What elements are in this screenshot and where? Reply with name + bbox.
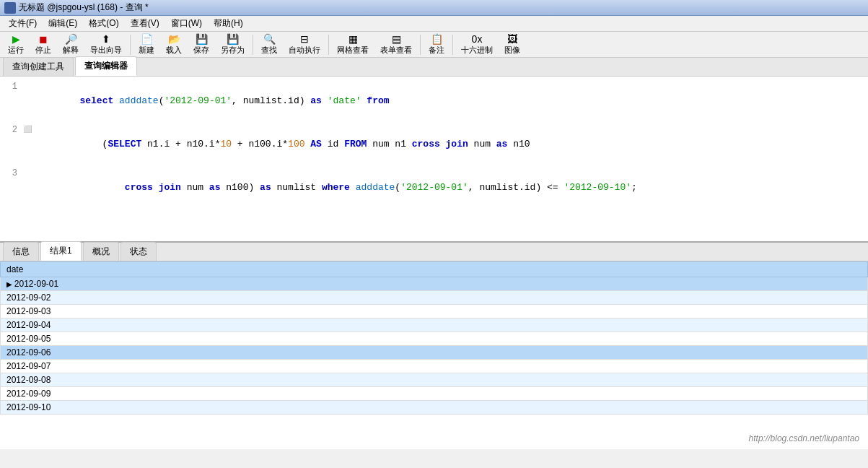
date-cell: 2012-09-07: [1, 360, 868, 373]
sql-editor[interactable]: 1 select adddate('2012-09-01', numlist.i…: [0, 77, 868, 243]
date-cell: ▶ 2012-09-01: [1, 277, 868, 291]
date-cell: 2012-09-09: [1, 387, 868, 401]
sql-line-2: 2 ⬜ (SELECT n1.i + n10.i*10 + n100.i*100…: [3, 123, 865, 166]
menu-bar: 文件(F)编辑(E)格式(O)查看(V)窗口(W)帮助(H): [0, 16, 868, 32]
tableview-button[interactable]: ▤表单查看: [375, 33, 417, 56]
gridview-icon: ▦: [348, 34, 358, 44]
results-area[interactable]: date ▶ 2012-09-012012-09-022012-09-03201…: [0, 261, 868, 449]
row-arrow-icon: ▶: [6, 280, 14, 288]
tableview-label: 表单查看: [380, 45, 412, 56]
toolbar-separator: [420, 35, 421, 55]
date-cell: 2012-09-03: [1, 305, 868, 318]
bottom-section: 信息结果1概况状态 date ▶ 2012-09-012012-09-02201…: [0, 243, 868, 449]
date-cell: 2012-09-05: [1, 332, 868, 346]
explain-button[interactable]: 🔎解释: [58, 33, 84, 56]
save-icon: 💾: [196, 34, 208, 44]
menu-item-编辑(E)[interactable]: 编辑(E): [43, 16, 83, 31]
backup-icon: 📋: [431, 34, 443, 44]
find-icon: 🔍: [263, 34, 276, 44]
save-button[interactable]: 💾保存: [188, 33, 214, 56]
image-button[interactable]: 🖼图像: [499, 33, 525, 56]
find-label: 查找: [261, 45, 277, 56]
result-tab-overview[interactable]: 概况: [83, 242, 119, 261]
result-tab-bar: 信息结果1概况状态: [0, 243, 868, 261]
explain-label: 解释: [63, 45, 79, 56]
tableview-icon: ▤: [392, 34, 401, 44]
new-button[interactable]: 📄新建: [133, 33, 159, 56]
toolbar-separator: [130, 35, 131, 55]
load-label: 载入: [166, 45, 182, 56]
table-row[interactable]: 2012-09-04: [1, 318, 868, 332]
table-row[interactable]: 2012-09-08: [1, 373, 868, 387]
title-bar: 无标题 @jspgou-ysl (168) - 查询 *: [0, 0, 868, 16]
table-row[interactable]: 2012-09-03: [1, 305, 868, 318]
autorun-icon: ⊟: [300, 34, 309, 44]
table-row[interactable]: 2012-09-09: [1, 387, 868, 401]
hex-label: 十六进制: [461, 45, 493, 56]
date-cell: 2012-09-06: [1, 346, 868, 360]
table-row[interactable]: 2012-09-07: [1, 360, 868, 373]
menu-item-窗口(W)[interactable]: 窗口(W): [165, 16, 208, 31]
date-cell: 2012-09-08: [1, 373, 868, 387]
date-cell: 2012-09-04: [1, 318, 868, 332]
saveas-label: 另存为: [221, 45, 245, 56]
saveas-icon: 💾: [227, 34, 239, 44]
export-icon: ⬆: [102, 34, 110, 44]
stop-label: 停止: [35, 45, 51, 56]
explain-icon: 🔎: [65, 34, 77, 44]
app-icon: [4, 2, 16, 14]
table-row[interactable]: 2012-09-10: [1, 401, 868, 415]
hex-button[interactable]: 0x十六进制: [456, 33, 498, 56]
new-label: 新建: [139, 45, 154, 56]
export-label: 导出向导: [90, 45, 122, 56]
backup-button[interactable]: 📋备注: [424, 33, 450, 56]
menu-item-帮助(H)[interactable]: 帮助(H): [208, 16, 249, 31]
sql-line-3: 3 cross join num as n100) as numlist whe…: [3, 166, 865, 209]
toolbar: ▶运行◼停止🔎解释⬆导出向导📄新建📂载入💾保存💾另存为🔍查找⊟自动执行▦网格查看…: [0, 32, 868, 58]
autorun-button[interactable]: ⊟自动执行: [284, 33, 325, 56]
backup-label: 备注: [429, 45, 444, 56]
gridview-button[interactable]: ▦网格查看: [332, 33, 374, 56]
result-table: date ▶ 2012-09-012012-09-022012-09-03201…: [0, 261, 868, 415]
date-cell: 2012-09-10: [1, 401, 868, 415]
run-icon: ▶: [12, 34, 20, 44]
column-header-date: date: [1, 262, 868, 277]
tab-editor[interactable]: 查询编辑器: [75, 56, 137, 76]
menu-item-格式(O)[interactable]: 格式(O): [83, 16, 124, 31]
sql-line-1: 1 select adddate('2012-09-01', numlist.i…: [3, 79, 865, 123]
editor-tab-bar: 查询创建工具查询编辑器: [0, 58, 868, 77]
stop-button[interactable]: ◼停止: [30, 33, 56, 56]
watermark: http://blog.csdn.net/liupantao: [749, 433, 859, 443]
load-button[interactable]: 📂载入: [161, 33, 187, 56]
menu-item-文件(F)[interactable]: 文件(F): [3, 16, 43, 31]
date-cell: 2012-09-02: [1, 291, 868, 305]
new-icon: 📄: [141, 34, 153, 44]
table-row[interactable]: 2012-09-05: [1, 332, 868, 346]
load-icon: 📂: [168, 34, 180, 44]
result-tab-status[interactable]: 状态: [120, 242, 157, 261]
toolbar-separator: [452, 35, 453, 55]
hex-icon: 0x: [472, 34, 483, 44]
table-row[interactable]: 2012-09-02: [1, 291, 868, 305]
find-button[interactable]: 🔍查找: [256, 33, 282, 56]
saveas-button[interactable]: 💾另存为: [216, 33, 250, 56]
window-title: 无标题 @jspgou-ysl (168) - 查询 *: [19, 1, 149, 14]
save-label: 保存: [193, 45, 209, 56]
image-icon: 🖼: [507, 34, 517, 44]
image-label: 图像: [504, 45, 520, 56]
run-button[interactable]: ▶运行: [3, 33, 29, 56]
tab-builder[interactable]: 查询创建工具: [3, 57, 74, 76]
result-tab-result1[interactable]: 结果1: [40, 241, 82, 261]
autorun-label: 自动执行: [289, 45, 320, 56]
export-button[interactable]: ⬆导出向导: [85, 33, 127, 56]
table-row[interactable]: 2012-09-06: [1, 346, 868, 360]
stop-icon: ◼: [39, 34, 48, 44]
run-label: 运行: [8, 45, 24, 56]
toolbar-separator: [253, 35, 253, 55]
toolbar-separator: [328, 35, 329, 55]
result-tab-info[interactable]: 信息: [3, 242, 39, 261]
gridview-label: 网格查看: [337, 45, 369, 56]
menu-item-查看(V)[interactable]: 查看(V): [125, 16, 165, 31]
table-row[interactable]: ▶ 2012-09-01: [1, 277, 868, 291]
